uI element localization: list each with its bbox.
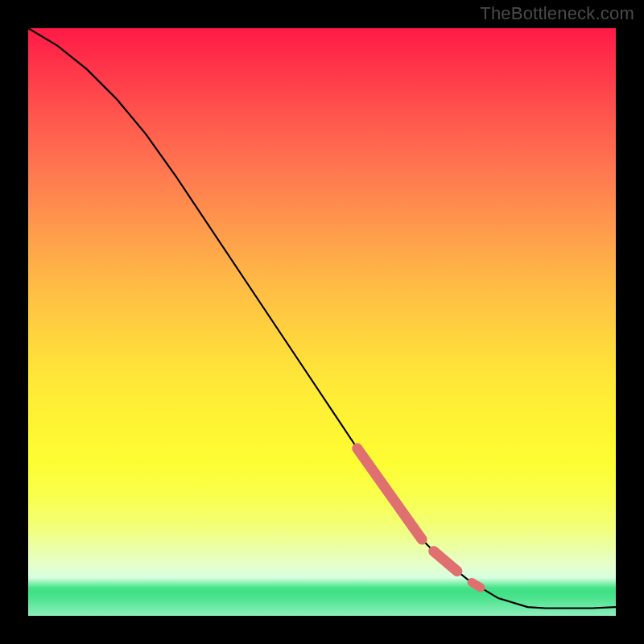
chart-line bbox=[28, 28, 616, 609]
chart-highlight-segment bbox=[434, 551, 457, 572]
chart-highlight-segment bbox=[472, 582, 481, 588]
chart-plot-area bbox=[28, 28, 616, 616]
chart-svg bbox=[28, 28, 616, 616]
chart-highlight-segment bbox=[357, 448, 422, 539]
watermark-text: TheBottleneck.com bbox=[480, 3, 634, 24]
